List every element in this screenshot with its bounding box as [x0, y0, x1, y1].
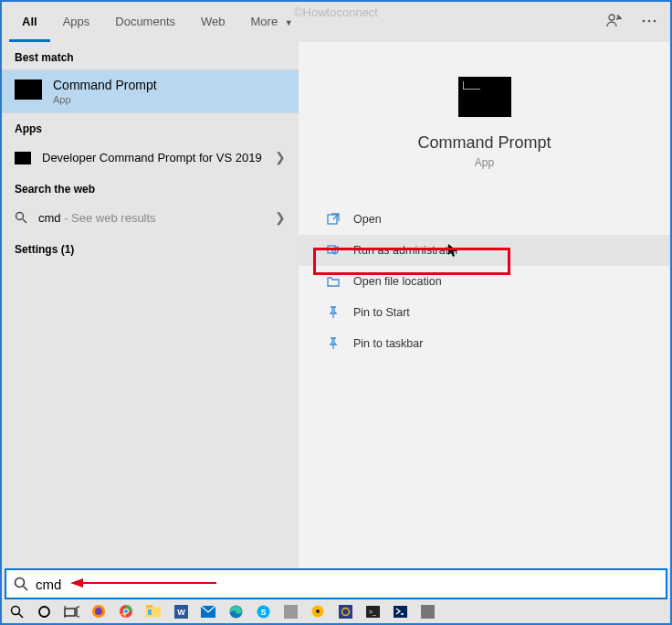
- action-open[interactable]: Open: [299, 204, 670, 235]
- action-label: Open file location: [353, 275, 442, 288]
- preview-subtitle: App: [475, 156, 494, 169]
- svg-rect-12: [65, 609, 75, 616]
- results-list: Best match Command Prompt App Apps Devel…: [2, 42, 299, 568]
- taskbar-app-icon[interactable]: [281, 602, 299, 620]
- pin-icon: [326, 305, 341, 320]
- action-run-as-administrator[interactable]: Run as administrator: [299, 235, 670, 266]
- open-icon: [326, 212, 341, 227]
- search-icon: [14, 577, 28, 591]
- taskbar-powershell-icon[interactable]: [391, 602, 409, 620]
- results-split: Best match Command Prompt App Apps Devel…: [2, 42, 670, 568]
- cursor-icon: [447, 243, 458, 258]
- svg-text:W: W: [177, 608, 185, 617]
- folder-icon: [326, 274, 341, 289]
- svg-rect-19: [146, 605, 152, 608]
- action-label: Pin to taskbar: [353, 337, 423, 350]
- svg-rect-27: [284, 605, 298, 619]
- svg-point-2: [648, 20, 651, 23]
- section-search-web: Search the web: [2, 174, 299, 201]
- taskbar-search-icon[interactable]: [7, 602, 26, 620]
- command-prompt-icon: [458, 77, 511, 117]
- svg-rect-34: [394, 606, 407, 618]
- svg-rect-5: [328, 215, 337, 224]
- best-match-subtitle: App: [53, 94, 157, 105]
- taskbar-mail-icon[interactable]: [199, 602, 217, 620]
- svg-point-3: [654, 20, 656, 23]
- action-label: Run as administrator: [353, 244, 458, 257]
- best-match-item[interactable]: Command Prompt App: [2, 69, 299, 113]
- pin-icon: [326, 336, 341, 351]
- more-options-icon[interactable]: [637, 9, 661, 33]
- command-prompt-icon: [15, 152, 31, 164]
- svg-rect-35: [421, 605, 435, 619]
- svg-point-7: [16, 578, 25, 588]
- chevron-right-icon[interactable]: ❯: [275, 210, 286, 225]
- chevron-right-icon[interactable]: ❯: [275, 150, 286, 164]
- tab-apps[interactable]: Apps: [50, 2, 103, 42]
- watermark-text: ©Howtoconnect: [294, 5, 378, 19]
- taskbar-terminal-icon[interactable]: >_: [363, 602, 382, 620]
- tab-documents[interactable]: Documents: [102, 2, 188, 42]
- svg-point-10: [11, 606, 19, 614]
- app-result-item[interactable]: Developer Command Prompt for VS 2019 ❯: [2, 141, 299, 174]
- taskbar-explorer-icon[interactable]: [144, 602, 163, 620]
- action-label: Open: [353, 213, 382, 226]
- svg-point-29: [316, 609, 320, 613]
- chevron-down-icon: ▼: [285, 18, 293, 27]
- taskbar-cortana-icon[interactable]: [35, 602, 53, 620]
- svg-rect-6: [328, 246, 335, 253]
- taskbar-vlc-icon[interactable]: [309, 602, 327, 620]
- header-actions: [603, 9, 661, 33]
- svg-text:S: S: [260, 608, 266, 617]
- tab-all[interactable]: All: [9, 2, 50, 42]
- svg-rect-30: [339, 605, 352, 619]
- taskbar-app-icon[interactable]: [418, 602, 436, 620]
- svg-text:>_: >_: [369, 609, 376, 616]
- svg-point-14: [95, 608, 102, 615]
- taskbar-edge-icon[interactable]: [226, 602, 245, 620]
- svg-point-17: [124, 609, 128, 613]
- best-match-text: Command Prompt App: [53, 78, 157, 105]
- section-settings: Settings (1): [2, 234, 299, 261]
- action-pin-to-taskbar[interactable]: Pin to taskbar: [299, 328, 670, 359]
- web-result-prefix: cmd: [38, 211, 61, 225]
- svg-point-1: [643, 20, 646, 23]
- shield-icon: [326, 243, 341, 258]
- section-apps: Apps: [2, 113, 299, 141]
- svg-rect-20: [148, 609, 152, 615]
- search-icon: [15, 211, 27, 224]
- preview-pane: Command Prompt App Open Run as administr…: [299, 42, 670, 568]
- taskbar: W S >_: [2, 599, 670, 623]
- taskbar-skype-icon[interactable]: S: [254, 602, 272, 620]
- action-open-file-location[interactable]: Open file location: [299, 266, 670, 297]
- web-result-item[interactable]: cmd - See web results ❯: [2, 201, 299, 234]
- taskbar-firefox-icon[interactable]: [89, 602, 108, 620]
- svg-point-4: [16, 213, 24, 220]
- taskbar-taskview-icon[interactable]: [62, 602, 80, 620]
- search-box[interactable]: [5, 568, 667, 599]
- best-match-title: Command Prompt: [53, 78, 157, 92]
- tab-more-label: More: [251, 15, 278, 28]
- action-label: Pin to Start: [353, 306, 410, 319]
- command-prompt-icon: [15, 79, 42, 100]
- web-result-suffix: - See web results: [61, 211, 156, 225]
- taskbar-word-icon[interactable]: W: [172, 602, 190, 620]
- section-best-match: Best match: [2, 42, 299, 69]
- tab-web[interactable]: Web: [188, 2, 238, 42]
- taskbar-chrome-icon[interactable]: [117, 602, 135, 620]
- svg-point-0: [609, 15, 614, 20]
- action-list: Open Run as administrator Open file loca…: [299, 204, 670, 359]
- preview-hero: Command Prompt App: [299, 42, 670, 189]
- feedback-icon[interactable]: [603, 9, 626, 33]
- app-result-label: Developer Command Prompt for VS 2019: [42, 151, 264, 164]
- action-pin-to-start[interactable]: Pin to Start: [299, 297, 670, 328]
- taskbar-app-icon[interactable]: [336, 602, 354, 620]
- web-result-label: cmd - See web results: [38, 211, 264, 225]
- preview-title: Command Prompt: [417, 133, 551, 153]
- search-input[interactable]: [36, 577, 658, 592]
- svg-point-11: [39, 607, 49, 617]
